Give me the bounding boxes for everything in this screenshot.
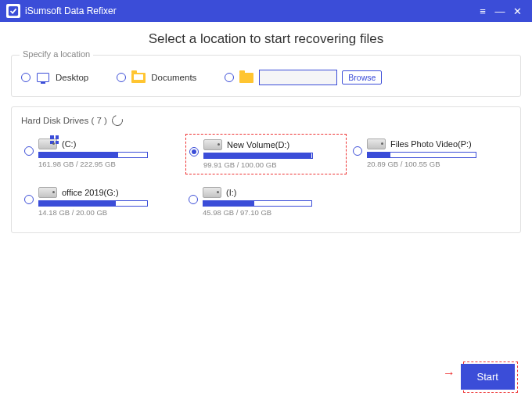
- app-title: iSumsoft Data Refixer: [25, 5, 117, 16]
- radio-icon: [225, 73, 234, 82]
- radio-icon: [24, 146, 34, 156]
- drives-panel: Hard Disk Drives ( 7 ) (C:) 161.98 GB / …: [11, 106, 521, 233]
- radio-icon: [117, 73, 126, 82]
- capacity-bar: [203, 200, 312, 207]
- radio-icon: [189, 147, 199, 156]
- drive-size: 99.91 GB / 100.00 GB: [203, 160, 343, 169]
- annotation-arrow-icon: →: [443, 366, 455, 380]
- radio-icon: [189, 195, 198, 204]
- browse-button[interactable]: Browse: [342, 70, 382, 85]
- location-legend: Specify a location: [20, 49, 93, 59]
- hdd-icon: [38, 138, 57, 149]
- menu-icon[interactable]: ≡: [474, 5, 491, 17]
- drive-item[interactable]: office 2019(G:) 14.18 GB / 20.00 GB: [21, 182, 182, 221]
- path-input[interactable]: [259, 70, 337, 85]
- capacity-bar: [203, 153, 313, 159]
- hdd-icon: [38, 187, 57, 198]
- location-documents[interactable]: Documents: [117, 71, 196, 84]
- location-desktop[interactable]: Desktop: [21, 71, 88, 84]
- radio-icon: [353, 146, 362, 156]
- hdd-icon: [367, 138, 386, 149]
- app-logo-icon: [6, 4, 20, 18]
- minimize-icon[interactable]: —: [491, 5, 509, 17]
- folder-icon: [239, 71, 254, 84]
- start-button[interactable]: Start: [461, 364, 515, 390]
- refresh-icon[interactable]: [110, 113, 124, 128]
- titlebar: iSumsoft Data Refixer ≡ — ✕: [0, 0, 532, 22]
- drive-size: 161.98 GB / 222.95 GB: [38, 160, 179, 168]
- location-panel: Specify a location Desktop Documents Bro…: [11, 55, 521, 97]
- capacity-bar: [367, 152, 476, 158]
- close-icon[interactable]: ✕: [509, 5, 526, 17]
- capacity-bar: [38, 200, 148, 207]
- drive-size: 45.98 GB / 97.10 GB: [203, 208, 343, 217]
- drive-name: office 2019(G:): [62, 188, 119, 197]
- radio-icon: [24, 195, 34, 204]
- drive-name: Files Photo Video(P:): [390, 139, 472, 149]
- drive-size: 14.18 GB / 20.00 GB: [38, 208, 179, 217]
- hdd-icon: [203, 187, 221, 198]
- folder-documents-icon: [131, 71, 146, 84]
- svg-rect-0: [9, 6, 18, 16]
- desktop-label: Desktop: [56, 73, 88, 82]
- drive-name: New Volume(D:): [227, 140, 289, 149]
- documents-label: Documents: [151, 73, 196, 82]
- drive-name: (C:): [62, 139, 76, 149]
- drive-item[interactable]: (I:) 45.98 GB / 97.10 GB: [185, 182, 347, 221]
- radio-icon: [21, 73, 31, 82]
- windows-icon: [50, 135, 59, 144]
- drives-heading: Hard Disk Drives ( 7 ): [21, 116, 107, 125]
- hdd-icon: [203, 139, 222, 150]
- drive-size: 20.89 GB / 100.55 GB: [367, 160, 508, 168]
- drive-item[interactable]: Files Photo Video(P:) 20.89 GB / 100.55 …: [350, 134, 511, 174]
- monitor-icon: [35, 71, 51, 84]
- drive-name: (I:): [226, 188, 236, 197]
- capacity-bar: [38, 152, 148, 158]
- drive-item[interactable]: (C:) 161.98 GB / 222.95 GB: [21, 134, 182, 174]
- drive-item[interactable]: New Volume(D:) 99.91 GB / 100.00 GB: [185, 134, 347, 174]
- location-custom[interactable]: Browse: [225, 70, 382, 85]
